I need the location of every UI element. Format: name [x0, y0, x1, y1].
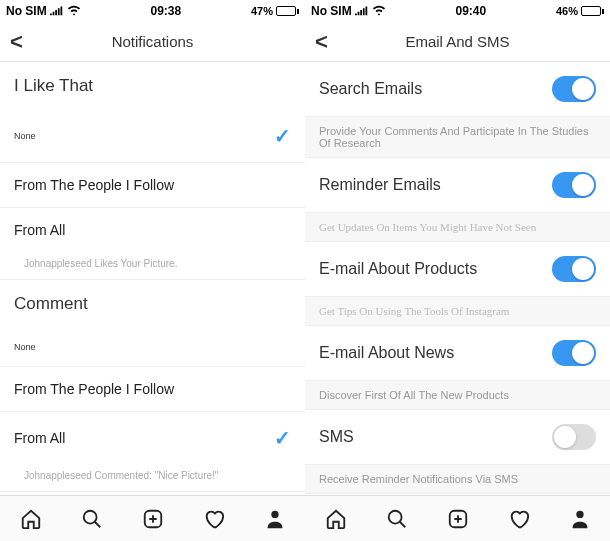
battery-pct: 46%: [556, 5, 578, 17]
wifi-icon: [372, 4, 386, 19]
option-label: From The People I Follow: [14, 177, 174, 193]
section-label: Comment: [14, 294, 88, 314]
row-desc: Get Tips On Using The Tools Of Instagram: [305, 297, 610, 326]
option-label: From The People I Follow: [14, 381, 174, 397]
option-label: From All: [14, 222, 65, 238]
svg-point-3: [388, 510, 401, 523]
option-from-follow[interactable]: From The People I Follow: [0, 163, 305, 208]
toggle-sms[interactable]: [552, 424, 596, 450]
wifi-icon: [67, 4, 81, 19]
row-label: Reminder Emails: [319, 176, 441, 194]
svg-point-0: [83, 510, 96, 523]
search-icon[interactable]: [80, 507, 104, 531]
check-icon: ✓: [274, 124, 291, 148]
svg-point-5: [576, 510, 583, 517]
option-subtitle: Johnappleseed Commented: "Nice Picture!": [0, 464, 305, 492]
row-label: E-mail About News: [319, 344, 454, 362]
heart-icon[interactable]: [202, 507, 226, 531]
option-label: None: [14, 342, 36, 352]
row-search-emails[interactable]: Search Emails: [305, 62, 610, 117]
add-icon[interactable]: [446, 507, 470, 531]
back-button[interactable]: <: [305, 29, 338, 55]
svg-point-2: [271, 510, 278, 517]
toggle-email-news[interactable]: [552, 340, 596, 366]
page-title: Email And SMS: [405, 33, 509, 50]
status-time: 09:38: [81, 4, 251, 18]
carrier-text: No SIM: [311, 4, 352, 18]
home-icon[interactable]: [324, 507, 348, 531]
tab-bar: [305, 495, 610, 541]
profile-icon[interactable]: [263, 507, 287, 531]
option-subtitle: Johnappleseed Likes Your Picture.: [0, 252, 305, 280]
home-icon[interactable]: [19, 507, 43, 531]
row-desc: Get Updates On Items You Might Have Not …: [305, 213, 610, 242]
option-none[interactable]: None ✓: [0, 110, 305, 163]
option-label: None: [14, 131, 36, 141]
carrier-text: No SIM: [6, 4, 47, 18]
status-time: 09:40: [386, 4, 556, 18]
battery-icon: [276, 6, 299, 16]
search-icon[interactable]: [385, 507, 409, 531]
row-desc: Provide Your Comments And Participate In…: [305, 117, 610, 158]
header: < Email And SMS: [305, 22, 610, 62]
row-label: Search Emails: [319, 80, 422, 98]
option-label: From All: [14, 430, 65, 446]
signal-icon: [355, 4, 369, 19]
row-email-news[interactable]: E-mail About News: [305, 326, 610, 381]
row-reminder-emails[interactable]: Reminder Emails: [305, 158, 610, 213]
option-from-all[interactable]: From All ✓: [0, 412, 305, 464]
battery-icon: [581, 6, 604, 16]
section-likes: I Like That: [0, 62, 305, 110]
row-desc: Receive Reminder Notifications Via SMS: [305, 465, 610, 494]
header: < Notifications: [0, 22, 305, 62]
row-desc: Discover First Of All The New Products: [305, 381, 610, 410]
option-none[interactable]: None: [0, 328, 305, 367]
toggle-reminder-emails[interactable]: [552, 172, 596, 198]
section-label: I Like That: [14, 76, 93, 96]
battery-pct: 47%: [251, 5, 273, 17]
section-comment: Comment: [0, 280, 305, 328]
check-icon: ✓: [274, 426, 291, 450]
tab-bar: [0, 495, 305, 541]
option-from-follow[interactable]: From The People I Follow: [0, 367, 305, 412]
row-label: E-mail About Products: [319, 260, 477, 278]
row-email-products[interactable]: E-mail About Products: [305, 242, 610, 297]
toggle-email-products[interactable]: [552, 256, 596, 282]
add-icon[interactable]: [141, 507, 165, 531]
option-from-all[interactable]: From All: [0, 208, 305, 252]
page-title: Notifications: [112, 33, 194, 50]
signal-icon: [50, 4, 64, 19]
back-button[interactable]: <: [0, 29, 33, 55]
heart-icon[interactable]: [507, 507, 531, 531]
status-bar: No SIM 09:38 47%: [0, 0, 305, 22]
row-label: SMS: [319, 428, 354, 446]
profile-icon[interactable]: [568, 507, 592, 531]
row-sms[interactable]: SMS: [305, 410, 610, 465]
status-bar: No SIM 09:40 46%: [305, 0, 610, 22]
toggle-search-emails[interactable]: [552, 76, 596, 102]
